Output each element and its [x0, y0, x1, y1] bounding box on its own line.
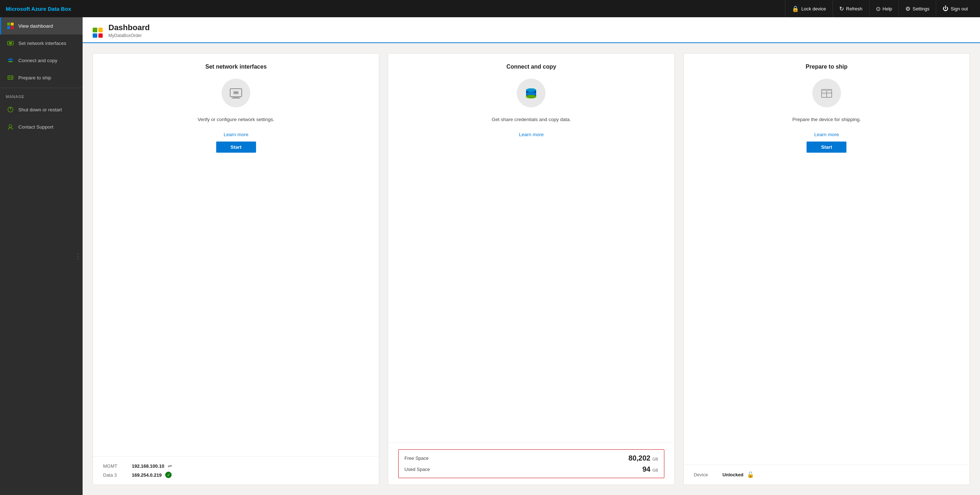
sidebar: View dashboard Set network interfaces — [0, 17, 83, 495]
card-learn-more-ship[interactable]: Learn more — [814, 132, 839, 137]
support-icon — [7, 123, 14, 131]
footer-value-data3: 169.254.0.219 — [132, 473, 162, 478]
footer-label-mgmt: MGMT — [103, 463, 128, 469]
sidebar-item-shut-down-restart[interactable]: Shut down or restart — [0, 101, 83, 118]
card-footer-ship: Device Unlocked 🔓 — [684, 465, 970, 485]
connect-copy-icon — [7, 57, 14, 64]
power-icon — [7, 106, 14, 113]
settings-icon: ⚙ — [905, 5, 910, 12]
content-area: Dashboard MyDataBoxOrder Set network int… — [83, 17, 980, 495]
svg-rect-0 — [7, 22, 10, 25]
card-connect-and-copy: Connect and copy — [388, 53, 675, 485]
used-space-value: 94 GB — [643, 465, 658, 473]
sidebar-resize-handle[interactable]: ⋮ — [73, 249, 83, 263]
footer-value-device: Unlocked — [722, 472, 744, 477]
sidebar-label-contact-support: Contact Support — [18, 124, 54, 130]
svg-rect-9 — [8, 60, 13, 61]
check-icon-data3: ✓ — [165, 472, 172, 478]
sidebar-item-prepare-to-ship[interactable]: Prepare to ship — [0, 69, 83, 86]
card-prepare-to-ship: Prepare to ship Prepare the device fo — [683, 53, 970, 485]
sidebar-label-set-network-interfaces: Set network interfaces — [18, 41, 67, 46]
sign-out-button[interactable]: ⏻ Sign out — [936, 0, 974, 17]
topbar: Microsoft Azure Data Box 🔒 Lock device ↻… — [0, 0, 980, 17]
main-layout: View dashboard Set network interfaces — [0, 17, 980, 495]
lock-device-button[interactable]: 🔒 Lock device — [785, 0, 832, 17]
sidebar-item-set-network-interfaces[interactable]: Set network interfaces — [0, 35, 83, 52]
page-header-text: Dashboard MyDataBoxOrder — [108, 23, 150, 42]
svg-point-16 — [9, 125, 12, 127]
card-icon-network — [221, 79, 250, 107]
svg-rect-6 — [9, 42, 12, 44]
svg-rect-34 — [822, 89, 831, 91]
card-set-network-interfaces: Set network interfaces Verify or configu… — [93, 53, 379, 485]
card-title-network: Set network interfaces — [205, 64, 267, 70]
card-set-network-interfaces-body: Set network interfaces Verify or configu… — [93, 54, 379, 457]
card-prepare-to-ship-body: Prepare to ship Prepare the device fo — [684, 54, 970, 465]
help-button[interactable]: ⊙ Help — [869, 0, 899, 17]
refresh-button[interactable]: ↻ Refresh — [832, 0, 869, 17]
page-subtitle: MyDataBoxOrder — [108, 33, 150, 38]
used-space-unit: GB — [652, 468, 658, 473]
free-space-row: Free Space 80,202 GB — [404, 454, 658, 462]
free-space-unit: GB — [652, 457, 658, 461]
topbar-actions: 🔒 Lock device ↻ Refresh ⊙ Help ⚙ Setting… — [785, 0, 974, 17]
svg-rect-1 — [11, 22, 14, 25]
sidebar-item-contact-support[interactable]: Contact Support — [0, 118, 83, 135]
used-space-row: Used Space 94 GB — [404, 465, 658, 473]
footer-label-data3: Data 3 — [103, 473, 128, 478]
sidebar-divider — [0, 88, 83, 88]
space-box: Free Space 80,202 GB Used Space 94 GB — [398, 449, 664, 478]
sign-out-icon: ⏻ — [943, 5, 948, 12]
card-desc-connect: Get share credentials and copy data. — [492, 116, 571, 123]
free-space-label: Free Space — [404, 455, 428, 461]
lock-icon: 🔒 — [792, 5, 799, 12]
app-title: Microsoft Azure Data Box — [6, 6, 785, 12]
refresh-icon: ↻ — [839, 5, 844, 12]
sidebar-label-connect-and-copy: Connect and copy — [18, 58, 57, 63]
sidebar-label-prepare-to-ship: Prepare to ship — [18, 75, 51, 80]
svg-rect-33 — [823, 93, 826, 94]
card-footer-network: MGMT 192.168.100.10 ⇌ Data 3 169.254.0.2… — [93, 457, 379, 485]
footer-value-mgmt: 192.168.100.10 — [132, 463, 164, 469]
svg-rect-2 — [7, 26, 10, 29]
card-learn-more-connect[interactable]: Learn more — [519, 132, 544, 137]
footer-row-device: Device Unlocked 🔓 — [694, 471, 959, 478]
settings-button[interactable]: ⚙ Settings — [899, 0, 936, 17]
card-title-connect: Connect and copy — [506, 64, 556, 70]
used-space-label: Used Space — [404, 466, 430, 472]
sidebar-item-view-dashboard[interactable]: View dashboard — [0, 17, 83, 35]
svg-rect-3 — [11, 26, 14, 29]
card-icon-connect — [517, 79, 546, 107]
card-icon-ship — [812, 79, 841, 107]
svg-point-29 — [526, 95, 536, 99]
unlock-icon: 🔓 — [747, 471, 754, 478]
ship-icon — [7, 74, 14, 81]
svg-point-27 — [526, 88, 536, 92]
page-title: Dashboard — [108, 23, 150, 32]
cards-area: Set network interfaces Verify or configu… — [83, 43, 980, 495]
free-space-value: 80,202 GB — [628, 454, 658, 462]
svg-rect-21 — [234, 92, 238, 94]
network-icon — [7, 40, 14, 47]
network-link-icon: ⇌ — [168, 463, 172, 469]
sidebar-item-connect-and-copy[interactable]: Connect and copy — [0, 52, 83, 69]
card-connect-and-copy-body: Connect and copy — [388, 54, 674, 443]
card-desc-ship: Prepare the device for shipping. — [792, 116, 861, 123]
card-title-ship: Prepare to ship — [806, 64, 848, 70]
card-learn-more-network[interactable]: Learn more — [224, 132, 248, 137]
footer-row-data3: Data 3 169.254.0.219 ✓ — [103, 472, 369, 478]
card-footer-connect: Free Space 80,202 GB Used Space 94 GB — [388, 443, 674, 485]
card-start-btn-network[interactable]: Start — [216, 142, 256, 153]
page-header-icon — [93, 28, 103, 38]
footer-row-mgmt: MGMT 192.168.100.10 ⇌ — [103, 463, 369, 469]
dashboard-grid-icon — [7, 22, 14, 29]
sidebar-manage-label: MANAGE — [0, 89, 83, 101]
sidebar-label-shut-down-restart: Shut down or restart — [18, 107, 62, 113]
page-header: Dashboard MyDataBoxOrder — [83, 17, 980, 43]
card-start-btn-ship[interactable]: Start — [807, 142, 846, 153]
footer-label-device: Device — [694, 472, 719, 477]
sidebar-label-view-dashboard: View dashboard — [18, 23, 53, 29]
card-desc-network: Verify or configure network settings. — [197, 116, 274, 123]
help-icon: ⊙ — [876, 5, 881, 12]
